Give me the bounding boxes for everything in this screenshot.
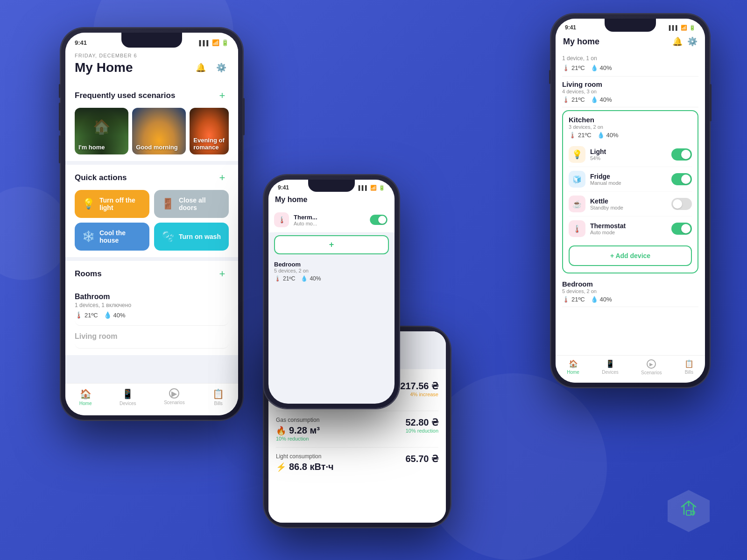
light-toggle[interactable] <box>671 148 692 161</box>
bedroom-info: 5 devices, 2 on <box>562 288 698 294</box>
scenario-morning[interactable]: Good morning <box>132 108 186 154</box>
action-light[interactable]: 💡 Turn off the light <box>75 190 149 218</box>
thermostat-toggle[interactable] <box>671 223 692 235</box>
action-doors[interactable]: 🚪 Close all doors <box>154 190 229 218</box>
status-time-p3: 9:41 <box>278 184 289 191</box>
kitchen-temp: 🌡️ 21ºC <box>569 132 592 139</box>
light-name: Light <box>590 148 606 155</box>
device-light: 💡 Light 54% <box>569 142 692 167</box>
nav-bills[interactable]: 📋 Bills <box>212 388 224 406</box>
nav-bills-label-p2: Bills <box>685 370 693 375</box>
bedroom-label-p3: Bedroom <box>274 261 389 268</box>
app-title-p3: My home <box>275 196 307 204</box>
status-time-p2: 9:41 <box>565 24 576 31</box>
thermostat-name: Thermostat <box>590 222 626 230</box>
living-temp: 🌡️ 21ºC <box>562 96 585 103</box>
thermostat-toggle-p3[interactable] <box>370 215 387 225</box>
add-btn-p3[interactable]: + <box>274 235 389 254</box>
stat-gas: Gas consumption 🔥 9.28 м³ 10% reduction … <box>276 411 438 448</box>
scenario-home-label: I'm home <box>78 144 125 151</box>
top-humidity: 💧 40% <box>591 64 612 71</box>
nav-devices-label-p2: Devices <box>602 370 619 375</box>
light-status: 54% <box>590 155 606 161</box>
home-nav-icon: 🏠 <box>80 388 92 399</box>
light-title: Light consumption <box>276 453 405 460</box>
gas-title: Gas consumption <box>276 417 405 423</box>
svg-rect-0 <box>686 511 691 515</box>
light-icon: 💡 <box>82 198 95 210</box>
notification-icon[interactable]: 🔔 <box>193 60 208 75</box>
room-living-p2: Living room 4 devices, 3 on 🌡️ 21ºC 💧 40… <box>562 77 698 107</box>
action-doors-label: Close all doors <box>179 196 221 211</box>
nav-devices[interactable]: 📱 Devices <box>120 388 136 406</box>
devices-nav-icon: 📱 <box>122 388 134 399</box>
top-temp: 🌡️ 21ºC <box>562 64 585 71</box>
scenario-home[interactable]: 🏠 I'm home <box>75 108 128 154</box>
nav-scenarios-label-p2: Scenarios <box>641 370 662 375</box>
devices-nav-icon-p2: 📱 <box>606 359 615 368</box>
fridge-name: Fridge <box>590 173 621 180</box>
bills-nav-icon-p2: 📋 <box>684 359 694 368</box>
bedroom-hum-p3: 💧 40% <box>301 275 321 282</box>
nav-home-label-p2: Home <box>567 370 579 375</box>
therm-icon: 🌡️ <box>562 64 570 71</box>
kettle-toggle[interactable] <box>671 198 692 210</box>
nav-scenarios[interactable]: ▶ Scenarios <box>164 388 184 406</box>
water-currency: 217.56 ₴ <box>400 380 438 392</box>
scenario-romance[interactable]: Evening of romance <box>190 108 229 154</box>
fridge-toggle[interactable] <box>671 173 692 185</box>
bathroom-temp: 🌡️ 21ºC <box>75 311 98 319</box>
living-room-info: 4 devices, 3 on <box>562 89 698 94</box>
therm-icon-l: 🌡️ <box>562 96 570 103</box>
scenario-morning-label: Good morning <box>136 144 182 151</box>
settings-icon[interactable]: ⚙️ <box>214 60 229 75</box>
nav-bills-p2[interactable]: 📋 Bills <box>684 359 694 375</box>
bottom-nav-p2: 🏠 Home 📱 Devices ▶ Scenarios 📋 Bills <box>556 355 705 383</box>
nav-home[interactable]: 🏠 Home <box>79 388 92 406</box>
stat-light: Light consumption ⚡ 86.8 кВт·ч 65.70 ₴ <box>276 448 438 478</box>
nav-home-p2[interactable]: 🏠 Home <box>567 359 579 375</box>
thermostat-status: Auto mode <box>590 230 626 235</box>
scenarios-title: Frequently used scenarios <box>75 91 175 100</box>
gas-currency: 52.80 ₴ <box>405 417 438 428</box>
bills-nav-icon: 📋 <box>212 388 224 399</box>
light-device-icon: 💡 <box>569 146 585 163</box>
device-kettle: ☕ Kettle Standby mode <box>569 192 692 217</box>
action-wash[interactable]: 🫧 Turn on wash <box>154 223 229 251</box>
add-action-button[interactable]: + <box>216 171 229 184</box>
nav-devices-p2[interactable]: 📱 Devices <box>602 359 619 375</box>
room-living: Living room <box>75 326 229 349</box>
thermostat-icon-p3: 🌡️ <box>274 212 289 227</box>
door-icon: 🚪 <box>162 198 174 210</box>
action-light-label: Turn off the light <box>99 196 142 211</box>
kitchen-name: Kitchen <box>569 116 692 124</box>
add-room-button[interactable]: + <box>216 267 229 280</box>
kettle-device-icon: ☕ <box>569 196 585 212</box>
bedroom-humidity: 💧 40% <box>591 296 612 303</box>
app-title-p2: My home <box>563 37 599 47</box>
kitchen-humidity: 💧 40% <box>597 132 619 139</box>
action-cool[interactable]: ❄️ Cool the house <box>75 223 149 251</box>
drop-icon-p3: 💧 <box>301 275 308 282</box>
notification-icon-p2[interactable]: 🔔 <box>672 36 683 47</box>
therm-icon-b: 🌡️ <box>562 296 570 303</box>
bolt-icon: ⚡ <box>276 462 286 472</box>
nav-scenarios-p2[interactable]: ▶ Scenarios <box>641 359 662 375</box>
settings-icon-p2[interactable]: ⚙️ <box>687 36 698 47</box>
rooms-title: Rooms <box>75 269 102 279</box>
room-top: 1 device, 1 on 🌡️ 21ºC 💧 40% <box>562 52 698 77</box>
add-scenario-button[interactable]: + <box>216 89 229 102</box>
actions-grid: 💡 Turn off the light 🚪 Close all doors ❄… <box>75 190 229 251</box>
nav-devices-label: Devices <box>120 401 136 406</box>
logo-icon <box>677 497 700 521</box>
device-thermostat: 🌡️ Thermostat Auto mode <box>569 217 692 241</box>
add-device-button[interactable]: + Add device <box>569 245 692 266</box>
bathroom-humidity: 💧 40% <box>104 311 126 319</box>
gas-change: 10% reduction <box>276 436 405 441</box>
bedroom-info-p3: 5 devices, 2 on <box>274 268 389 273</box>
room-living-name: Living room <box>75 332 229 341</box>
status-icons-p3: ▌▌▌ 📶 🔋 <box>359 185 385 191</box>
gas-value: 9.28 м³ <box>289 425 320 436</box>
device-list-kitchen: 💡 Light 54% 🧊 <box>569 142 692 241</box>
drop-icon: 💧 <box>591 64 598 71</box>
